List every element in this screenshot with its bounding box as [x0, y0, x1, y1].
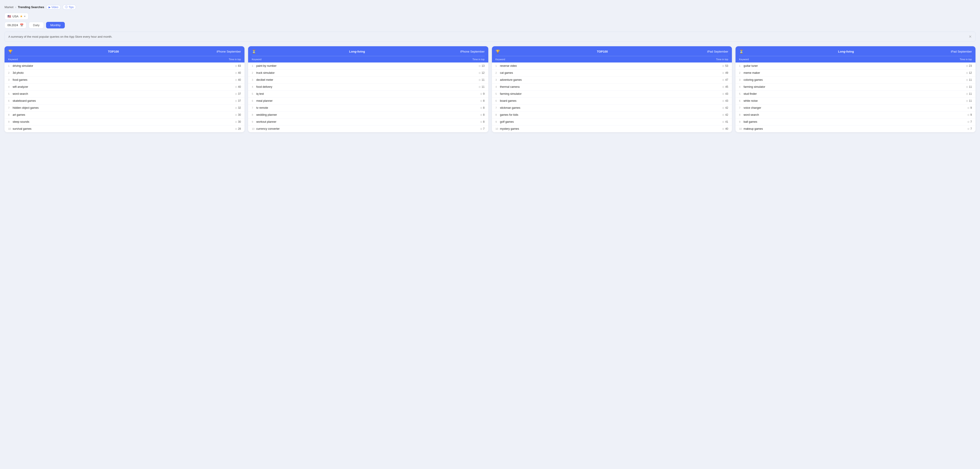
row-keyword[interactable]: meal planner: [256, 99, 480, 102]
table-category: Long-living: [349, 50, 365, 53]
row-keyword[interactable]: word search: [13, 92, 235, 95]
row-keyword[interactable]: food delivery: [256, 85, 479, 89]
row-time: ⊙ 11: [966, 85, 972, 89]
row-keyword[interactable]: wifi analyzer: [13, 85, 235, 89]
monthly-button[interactable]: Monthly: [46, 22, 65, 29]
clock-icon: ⊙: [479, 86, 480, 89]
date-picker[interactable]: 09.2024 📅: [5, 22, 26, 29]
row-keyword[interactable]: hidden object games: [13, 106, 235, 109]
row-keyword[interactable]: word search: [744, 113, 967, 116]
row-rank: 10: [496, 127, 500, 130]
row-keyword[interactable]: ball games: [744, 120, 967, 124]
row-keyword[interactable]: board games: [500, 99, 722, 102]
row-rank: 4: [739, 86, 744, 88]
row-keyword[interactable]: mystery games: [500, 127, 722, 130]
row-keyword[interactable]: farming simulator: [500, 92, 722, 95]
row-keyword[interactable]: workout planner: [256, 120, 480, 124]
col-headers: Keyword Time in top: [739, 56, 972, 62]
row-keyword[interactable]: reverse video: [500, 64, 722, 67]
time-value: 41: [725, 120, 728, 124]
col-time: Time in top: [716, 58, 728, 61]
row-keyword[interactable]: cat games: [500, 71, 722, 74]
row-time: ⊙ 23: [966, 64, 972, 67]
time-value: 37: [238, 92, 241, 95]
row-keyword[interactable]: wedding planner: [256, 113, 480, 116]
row-rank: 2: [496, 71, 500, 74]
time-value: 42: [725, 113, 728, 116]
clock-icon: ⊙: [235, 71, 237, 74]
country-selector[interactable]: 🇺🇸 USA ★ ▾: [5, 13, 29, 20]
table-row: 6 skateboard games ⊙ 37: [5, 97, 245, 105]
row-keyword[interactable]: adventure games: [500, 78, 722, 81]
row-rank: 5: [252, 92, 256, 95]
row-keyword[interactable]: survival games: [13, 127, 235, 130]
row-rank: 8: [739, 114, 744, 116]
time-value: 32: [238, 106, 241, 109]
breadcrumb: Market › Trending Searches: [5, 5, 44, 9]
row-time: ⊙ 13: [479, 64, 484, 67]
row-keyword[interactable]: voice changer: [744, 106, 967, 109]
row-keyword[interactable]: iq test: [256, 92, 480, 95]
row-rank: 9: [739, 120, 744, 123]
row-keyword[interactable]: thermal camera: [500, 85, 722, 89]
table-row: 10 currency converter ⊙ 7: [248, 125, 488, 132]
clock-icon: ⊙: [235, 106, 237, 109]
clock-icon: ⊙: [722, 79, 724, 81]
video-label: Video: [51, 6, 58, 9]
row-keyword[interactable]: art games: [13, 113, 235, 116]
row-keyword[interactable]: stickman games: [500, 106, 722, 109]
row-keyword[interactable]: golf games: [500, 120, 722, 124]
clock-icon: ⊙: [235, 86, 237, 89]
row-time: ⊙ 42: [722, 113, 728, 116]
time-value: 49: [725, 71, 728, 74]
row-keyword[interactable]: 3d photo: [13, 71, 235, 74]
row-time: ⊙ 7: [967, 120, 972, 124]
table-row: 6 white noise ⊙ 11: [735, 97, 975, 105]
close-button[interactable]: ✕: [969, 35, 972, 39]
clock-icon: ⊙: [479, 79, 480, 81]
row-keyword[interactable]: decibel meter: [256, 78, 479, 81]
clock-icon: ⊙: [966, 86, 968, 89]
clock-icon: ⊙: [966, 79, 968, 81]
row-keyword[interactable]: sleep sounds: [13, 120, 235, 124]
row-rank: 10: [252, 127, 256, 130]
clock-icon: ⊙: [235, 100, 237, 102]
row-keyword[interactable]: farming simulator: [744, 85, 966, 89]
video-link[interactable]: ▶ Video: [46, 5, 61, 10]
col-keyword: Keyword: [496, 58, 505, 61]
clock-icon: ⊙: [235, 120, 237, 124]
row-keyword[interactable]: coloring games: [744, 78, 966, 81]
row-rank: 7: [252, 106, 256, 109]
row-rank: 9: [496, 120, 500, 123]
time-value: 9: [483, 92, 485, 95]
row-keyword[interactable]: meme maker: [744, 71, 966, 74]
row-time: ⊙ 83: [235, 64, 241, 67]
date-row: 09.2024 📅 Daily Monthly: [5, 22, 975, 29]
row-keyword[interactable]: white noise: [744, 99, 966, 102]
row-keyword[interactable]: driving simulator: [13, 64, 235, 67]
clock-icon: ⊙: [722, 106, 724, 109]
row-keyword[interactable]: tv remote: [256, 106, 480, 109]
tables-grid: 🏆 TOP100 iPhone September Keyword Time i…: [5, 46, 975, 132]
row-rank: 2: [252, 71, 256, 74]
table-header-iphone-longliving: ⏳ Long-living iPhone September Keyword T…: [248, 46, 488, 62]
row-keyword[interactable]: truck simulator: [256, 71, 479, 74]
row-keyword[interactable]: skateboard games: [13, 99, 235, 102]
tips-link[interactable]: ⓘ Tips: [62, 5, 76, 10]
row-keyword[interactable]: stud finder: [744, 92, 966, 95]
time-value: 47: [725, 78, 728, 81]
row-keyword[interactable]: games for kids: [500, 113, 722, 116]
row-keyword[interactable]: guitar tuner: [744, 64, 966, 67]
row-keyword[interactable]: currency converter: [256, 127, 480, 130]
table-row: 4 farming simulator ⊙ 11: [735, 84, 975, 90]
row-keyword[interactable]: food games: [13, 78, 235, 81]
row-time: ⊙ 43: [722, 99, 728, 102]
clock-icon: ⊙: [967, 114, 969, 116]
col-time: Time in top: [229, 58, 241, 61]
row-keyword[interactable]: paint by number: [256, 64, 479, 67]
table-device: iPad September: [705, 50, 728, 53]
row-rank: 9: [252, 120, 256, 123]
row-time: ⊙ 11: [479, 85, 484, 89]
row-keyword[interactable]: makeup games: [744, 127, 967, 130]
daily-button[interactable]: Daily: [29, 22, 44, 29]
